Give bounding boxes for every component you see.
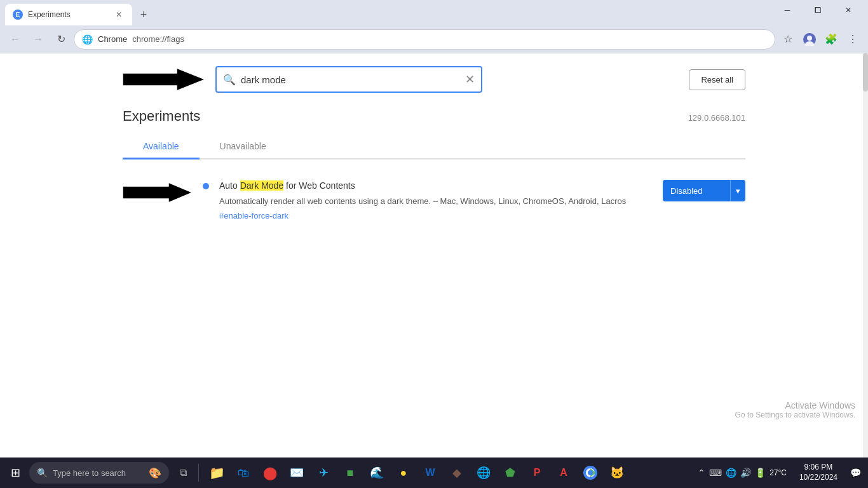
yellow-app-button[interactable]: ● <box>391 460 416 485</box>
brown-app-button[interactable]: ◆ <box>444 460 470 485</box>
search-input[interactable] <box>241 74 460 85</box>
cat-app-button[interactable]: 🐱 <box>604 460 630 485</box>
scrollbar-track[interactable] <box>863 53 868 458</box>
search-box[interactable]: 🔍 ✕ <box>215 66 482 93</box>
temperature-text: 27°C <box>770 468 787 477</box>
activate-windows-watermark: Activate Windows Go to Settings to activ… <box>735 400 855 419</box>
cat-app-icon: 🐱 <box>610 466 624 480</box>
task-view-icon: ⧉ <box>180 467 187 478</box>
brown-app-icon: ◆ <box>452 466 461 480</box>
search-clear-button[interactable]: ✕ <box>465 72 475 86</box>
start-button[interactable]: ⊞ <box>3 460 28 485</box>
start-icon: ⊞ <box>11 466 20 480</box>
tab-unavailable[interactable]: Unavailable <box>200 135 287 159</box>
network-icon[interactable]: 🌐 <box>726 468 736 478</box>
experiment-item: Auto Dark Mode for Web Contents Automati… <box>123 175 745 231</box>
tab-available[interactable]: Available <box>123 135 200 159</box>
search-arrow-indicator <box>123 67 205 92</box>
blue-browser-icon: 🌐 <box>477 466 491 480</box>
maximize-button[interactable]: ⧠ <box>803 0 832 20</box>
store-icon: 🛍 <box>238 466 249 480</box>
version-text: 129.0.6668.101 <box>688 113 745 123</box>
acrobat-button[interactable]: A <box>551 460 576 485</box>
close-button[interactable]: ✕ <box>834 0 863 20</box>
taskbar-search-box[interactable]: 🔍 Type here to search 🎨 <box>29 462 169 484</box>
taskbar-right: ⌃ ⌨ 🌐 🔊 🔋 27°C 9:06 PM 10/22/2024 💬 <box>693 463 865 483</box>
address-url: chrome://flags <box>132 34 767 44</box>
experiment-name-suffix: for Web Contents <box>283 180 355 191</box>
notification-button[interactable]: 💬 <box>845 463 865 483</box>
taskbar: ⊞ 🔍 Type here to search 🎨 ⧉ 📁 🛍 <box>0 458 868 488</box>
tab-title: Experiments <box>28 10 108 19</box>
new-tab-button[interactable]: + <box>135 6 153 24</box>
tab-close-button[interactable]: ✕ <box>113 9 125 20</box>
tabs-row: Available Unavailable <box>123 135 745 159</box>
taskbar-search-icon: 🔍 <box>37 468 48 478</box>
svg-point-7 <box>588 470 593 475</box>
taskbar-divider <box>198 464 199 482</box>
search-icon: 🔍 <box>223 74 236 86</box>
chevron-up-icon[interactable]: ⌃ <box>698 468 705 478</box>
notification-icon: 💬 <box>850 468 861 478</box>
blue-browser-button[interactable]: 🌐 <box>471 460 496 485</box>
telegram-button[interactable]: ✈ <box>311 460 336 485</box>
experiment-arrow-svg <box>123 181 193 204</box>
edge-icon: 🌊 <box>370 466 384 480</box>
experiment-control: Disabled ▾ <box>663 180 745 201</box>
profile-icon <box>803 33 816 46</box>
file-explorer-button[interactable]: 📁 <box>204 460 229 485</box>
tab-bar: E Experiments ✕ + <box>5 0 773 25</box>
green-app-button[interactable]: ■ <box>337 460 363 485</box>
experiment-dropdown[interactable]: Disabled ▾ <box>663 180 745 201</box>
yellow-app-icon: ● <box>400 466 407 480</box>
svg-marker-3 <box>123 68 205 91</box>
minimize-button[interactable]: ─ <box>773 0 802 20</box>
store-button[interactable]: 🛍 <box>231 460 256 485</box>
taskbar-clock[interactable]: 9:06 PM 10/22/2024 <box>794 463 843 482</box>
reset-all-button[interactable]: Reset all <box>689 69 745 90</box>
chrome-taskbar-icon <box>583 466 597 480</box>
menu-button[interactable]: ⋮ <box>843 29 863 50</box>
system-tray-icons: ⌃ ⌨ 🌐 🔊 🔋 27°C <box>693 468 792 478</box>
page-title-row: Experiments 129.0.6668.101 <box>123 108 745 125</box>
title-bar: E Experiments ✕ + ─ ⧠ ✕ <box>0 0 868 25</box>
browser-window: E Experiments ✕ + ─ ⧠ ✕ ← → ↻ 🌐 Chrome c… <box>0 0 868 488</box>
profile-button[interactable] <box>799 29 820 50</box>
page-content: 🔍 ✕ Reset all Experiments 129.0.6668.101… <box>0 53 868 458</box>
forward-button[interactable]: → <box>28 29 48 50</box>
experiment-flag-link[interactable]: #enable-force-dark <box>219 211 288 220</box>
mail-button[interactable]: ✉️ <box>284 460 309 485</box>
clock-date: 10/22/2024 <box>799 473 837 483</box>
active-tab[interactable]: E Experiments ✕ <box>5 4 132 25</box>
bookmark-button[interactable]: ☆ <box>778 29 798 50</box>
task-view-button[interactable]: ⧉ <box>170 460 196 485</box>
edge-green-button[interactable]: ⬟ <box>498 460 523 485</box>
search-arrow-svg <box>123 67 205 92</box>
experiment-name-highlight: Dark Mode <box>240 180 283 191</box>
edge-button[interactable]: 🌊 <box>364 460 390 485</box>
extension-button[interactable]: 🧩 <box>821 29 841 50</box>
svg-marker-4 <box>123 182 193 203</box>
experiment-name-prefix: Auto <box>219 180 240 191</box>
ppt-button[interactable]: P <box>524 460 550 485</box>
volume-icon[interactable]: 🔊 <box>740 468 751 478</box>
acrobat-icon: A <box>560 467 567 478</box>
word-icon: W <box>425 467 435 478</box>
keyboard-icon[interactable]: ⌨ <box>709 468 722 478</box>
activate-windows-title: Activate Windows <box>735 400 855 410</box>
word-button[interactable]: W <box>417 460 443 485</box>
battery-icon[interactable]: 🔋 <box>755 468 766 478</box>
app-red-button[interactable]: ⬤ <box>257 460 283 485</box>
address-bar[interactable]: 🌐 Chrome chrome://flags <box>74 29 775 50</box>
back-button[interactable]: ← <box>5 29 25 50</box>
search-row: 🔍 ✕ Reset all <box>123 66 745 93</box>
dropdown-arrow-icon: ▾ <box>730 180 745 201</box>
ppt-icon: P <box>534 467 541 478</box>
toolbar-icons: ☆ 🧩 ⋮ <box>778 29 863 50</box>
clock-time: 9:06 PM <box>804 463 833 473</box>
experiment-name: Auto Dark Mode for Web Contents <box>219 180 653 193</box>
refresh-button[interactable]: ↻ <box>51 29 71 50</box>
scrollbar-thumb[interactable] <box>863 53 868 92</box>
experiment-arrow-indicator <box>123 180 193 204</box>
chrome-taskbar-button[interactable] <box>578 460 603 485</box>
